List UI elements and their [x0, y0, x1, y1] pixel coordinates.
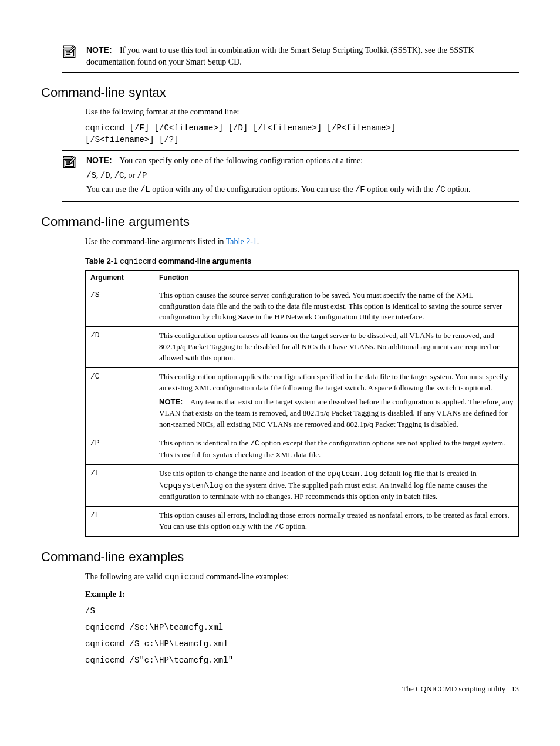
- syntax-code: cqniccmd [/F] [/C<filename>] [/D] [/L<fi…: [85, 122, 519, 146]
- table-suffix: command-line arguments: [156, 256, 251, 265]
- page-number: 13: [511, 684, 519, 693]
- table-caption: Table 2-1 cqniccmd command-line argument…: [85, 256, 519, 268]
- note-icon: [62, 44, 80, 63]
- func-code: \cpqsystem\log: [159, 481, 223, 490]
- func-code: /C: [275, 522, 284, 531]
- note-label: NOTE:: [86, 45, 112, 55]
- func-code: cpqteam.log: [327, 470, 377, 478]
- table-row: /C This configuration option applies the…: [86, 367, 519, 434]
- sep: ,: [96, 171, 100, 180]
- func-c: This configuration option applies the co…: [154, 367, 519, 434]
- func-text: Use this option to change the name and l…: [159, 469, 327, 478]
- note-block-2: NOTE: You can specify only one of the fo…: [41, 150, 519, 202]
- args-intro-a: Use the command-line arguments listed in: [85, 237, 226, 246]
- table-code: cqniccmd: [120, 257, 156, 266]
- th-argument: Argument: [86, 271, 154, 286]
- table-link[interactable]: Table 2-1: [226, 237, 257, 246]
- opt-f: /F: [355, 185, 365, 194]
- heading-arguments: Command-line arguments: [41, 212, 519, 231]
- func-text: option.: [284, 522, 307, 531]
- func-code: /C: [250, 439, 259, 448]
- func-text: This configuration option applies the co…: [159, 372, 514, 394]
- sep: ,: [110, 171, 114, 180]
- func-text: This option causes all errors, including…: [159, 511, 510, 531]
- opt-c: /C: [114, 171, 124, 180]
- table-row: /P This option is identical to the /C op…: [86, 434, 519, 464]
- page-footer: The CQNICCMD scripting utility 13: [41, 684, 519, 695]
- arg-l: /L: [86, 464, 154, 507]
- note-text: You can specify only one of the followin…: [120, 156, 363, 165]
- note-label: NOTE:: [159, 397, 183, 406]
- opt-l: /L: [140, 185, 150, 194]
- arg-s: /S: [86, 286, 154, 327]
- opt-cc: /C: [436, 185, 446, 194]
- func-text: default log file that is created in: [377, 469, 477, 478]
- th-function: Function: [154, 271, 519, 286]
- func-d: This configuration option causes all tea…: [154, 327, 519, 368]
- heading-syntax: Command-line syntax: [41, 83, 519, 102]
- arg-c: /C: [86, 367, 154, 434]
- func-s: This option causes the source server con…: [154, 286, 519, 327]
- sep: , or: [124, 171, 137, 180]
- opt-d: /D: [100, 171, 110, 180]
- example-1-label: Example 1:: [85, 589, 519, 600]
- footer-title: The CQNICCMD scripting utility: [402, 684, 506, 693]
- syntax-intro: Use the following format at the command …: [85, 106, 519, 118]
- opt-s: /S: [86, 171, 96, 180]
- func-text: in the HP Network Configuration Utility …: [254, 312, 424, 321]
- func-bold: Save: [238, 312, 254, 321]
- note-block-1: NOTE: If you want to use this tool in co…: [41, 40, 519, 73]
- func-f: This option causes all errors, including…: [154, 507, 519, 537]
- table-row: /D This configuration option causes all …: [86, 327, 519, 368]
- table-header-row: Argument Function: [86, 271, 519, 286]
- note-label: NOTE:: [86, 156, 112, 165]
- table-row: /S This option causes the source server …: [86, 286, 519, 327]
- examples-code: cqniccmd: [164, 572, 204, 582]
- examples-intro: The following are valid: [85, 572, 164, 581]
- heading-examples: Command-line examples: [41, 548, 519, 566]
- note-text: Any teams that exist on the target syste…: [159, 397, 513, 428]
- table-row: /L Use this option to change the name an…: [86, 464, 519, 507]
- arguments-table: Argument Function /S This option causes …: [85, 270, 519, 537]
- args-intro-b: .: [257, 237, 259, 246]
- tail-c: option only with the: [365, 185, 436, 194]
- func-p: This option is identical to the /C optio…: [154, 434, 519, 464]
- tail-b: option with any of the configuration opt…: [150, 185, 355, 194]
- func-l: Use this option to change the name and l…: [154, 464, 519, 507]
- example-1-code: /S cqniccmd /Sc:\HP\teamcfg.xml cqniccmd…: [85, 603, 519, 669]
- func-text: This option is identical to the: [159, 438, 250, 447]
- arg-p: /P: [86, 434, 154, 464]
- arg-d: /D: [86, 327, 154, 368]
- table-row: /F This option causes all errors, includ…: [86, 507, 519, 537]
- opt-p: /P: [137, 171, 147, 180]
- tail-a: You can use the: [86, 185, 140, 194]
- tail-d: option.: [446, 185, 471, 194]
- note-text: If you want to use this tool in combinat…: [86, 46, 474, 66]
- table-prefix: Table 2-1: [85, 256, 120, 265]
- note-icon: [62, 154, 80, 173]
- arg-f: /F: [86, 507, 154, 537]
- examples-intro: command-line examples:: [204, 572, 289, 581]
